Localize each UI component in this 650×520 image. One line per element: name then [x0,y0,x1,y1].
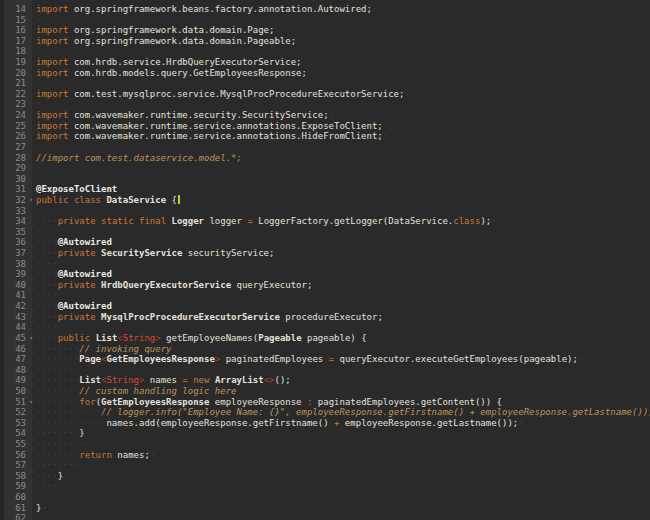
code-line[interactable]: 33· [0,206,650,217]
whitespace-dots: ········ [36,428,79,438]
code-line[interactable]: 45▾····public List<String> getEmployeeNa… [0,333,650,344]
code-line[interactable]: 44···· [0,322,650,333]
token-t: HrdbQueryExecutorService [101,280,231,290]
code-line[interactable]: 47········Page<GetEmployeesResponse> pag… [0,354,650,365]
code-line[interactable]: 28//import com.test.dataservice.model.*;… [0,153,650,164]
trailing-whitespace-dot: · [329,110,334,120]
code-text: · [36,99,41,110]
code-line[interactable]: 50········// custom handling logic here [0,386,650,397]
fold-spacer [26,142,36,153]
code-line[interactable]: 53·············names.add(employeeRespons… [0,418,650,429]
code-line[interactable]: 57········ [0,460,650,471]
line-number: 22 [0,89,26,100]
code-line[interactable]: 62· [0,513,650,520]
code-editor[interactable]: 14import org.springframework.beans.facto… [0,0,650,520]
code-line[interactable]: 61}· [0,503,650,514]
code-text: import com.hrdb.models.query.GetEmployee… [36,68,307,79]
trailing-whitespace-dot: · [383,131,388,141]
code-line[interactable]: 29· [0,163,650,174]
code-line[interactable]: 58····}· [0,471,650,482]
code-line[interactable]: 26import com.wavemaker.runtime.service.a… [0,131,650,142]
code-line[interactable]: 40····private HrdbQueryExecutorService q… [0,280,650,291]
code-line[interactable]: 59···· [0,481,650,492]
code-text: ····@Autowired [36,301,112,312]
code-line[interactable]: 23· [0,99,650,110]
code-text: · [36,163,41,174]
code-line[interactable]: 35· [0,227,650,238]
fold-spacer [26,46,36,57]
fold-spacer [26,418,36,429]
fold-spacer [26,110,36,121]
code-line[interactable]: 49········List<String> names = new Array… [0,375,650,386]
code-line[interactable]: 16import org.springframework.data.domain… [0,25,650,36]
line-number: 33 [0,206,26,217]
fold-spacer [26,78,36,89]
editor-lines[interactable]: 14import org.springframework.beans.facto… [0,0,650,520]
token-p: employeeResponse.getLastname()); [339,418,518,428]
line-number: 30 [0,174,26,185]
line-number: 55 [0,439,26,450]
code-line[interactable]: 52············// logger.info("Employee N… [0,407,650,418]
code-line[interactable]: 25import com.wavemaker.runtime.service.a… [0,121,650,132]
code-line[interactable]: 55·········· [0,439,650,450]
code-line[interactable]: 34····private static final Logger logger… [0,216,650,227]
code-text: ····private MysqlProcProcedureExecutorSe… [36,312,383,323]
token-p: logger [204,216,247,226]
fold-arrow-icon[interactable]: ▾ [26,333,36,344]
fold-arrow-icon[interactable]: ▾ [26,195,36,206]
line-number: 17 [0,36,26,47]
code-line[interactable]: 56········return names;· [0,450,650,461]
token-t: List [96,333,118,343]
whitespace-dots: ············· [36,418,106,428]
code-line[interactable]: 15· [0,15,650,26]
line-number: 19 [0,57,26,68]
line-number: 39 [0,269,26,280]
code-line[interactable]: 46········// invoking query [0,344,650,355]
token-k: public [58,333,91,343]
code-line[interactable]: 37····private SecurityService securitySe… [0,248,650,259]
line-number: 25 [0,121,26,132]
fold-spacer [26,450,36,461]
code-line[interactable]: 31@ExposeToClient [0,184,650,195]
code-text: ····public List<String> getEmployeeNames… [36,333,367,344]
token-p: (); [275,375,291,385]
code-line[interactable]: 41···· [0,290,650,301]
token-k: import [36,57,69,67]
code-line[interactable]: 32▾public class DataService { [0,195,650,206]
code-line[interactable]: 18· [0,46,650,57]
code-line[interactable]: 17import org.springframework.data.domain… [0,36,650,47]
code-text: import com.wavemaker.runtime.security.Se… [36,110,334,121]
whitespace-dots: ···· [36,280,58,290]
code-text: ···· [36,259,58,270]
code-text: ·············names.add(employeeResponse.… [36,418,524,429]
token-p: org.springframework.data.domain.Page; [69,25,275,35]
code-line[interactable]: 30 [0,174,650,185]
code-line[interactable]: 20import com.hrdb.models.query.GetEmploy… [0,68,650,79]
code-line[interactable]: 39····@Autowired [0,269,650,280]
code-line[interactable]: 48········ [0,365,650,376]
code-line[interactable]: 27· [0,142,650,153]
trailing-whitespace-dot: · [41,503,46,513]
code-line[interactable]: 38···· [0,259,650,270]
code-line[interactable]: 22import com.test.mysqlproc.service.Mysq… [0,89,650,100]
line-number: 58 [0,471,26,482]
code-line[interactable]: 19import com.hrdb.service.HrdbQueryExecu… [0,57,650,68]
token-p: procedureExecutor; [280,312,383,322]
fold-arrow-icon[interactable]: ▾ [26,397,36,408]
code-line[interactable]: 54········} [0,428,650,439]
code-text: ········// custom handling logic here [36,386,237,397]
code-text: ········Page<GetEmployeesResponse> pagin… [36,354,583,365]
line-number: 60 [0,492,26,503]
code-line[interactable]: 42····@Autowired [0,301,650,312]
fold-spacer [26,89,36,100]
code-line[interactable]: 14import org.springframework.beans.facto… [0,4,650,15]
code-line[interactable]: 21· [0,78,650,89]
code-line[interactable]: 51▾········for(GetEmployeesResponse empl… [0,397,650,408]
code-text: import org.springframework.beans.factory… [36,4,377,15]
code-line[interactable]: 60 [0,492,650,503]
code-line[interactable]: 43····private MysqlProcProcedureExecutor… [0,312,650,323]
code-line[interactable]: 24import com.wavemaker.runtime.security.… [0,110,650,121]
line-number: 24 [0,110,26,121]
code-line[interactable]: 36····@Autowired [0,237,650,248]
token-k: import [36,121,69,131]
